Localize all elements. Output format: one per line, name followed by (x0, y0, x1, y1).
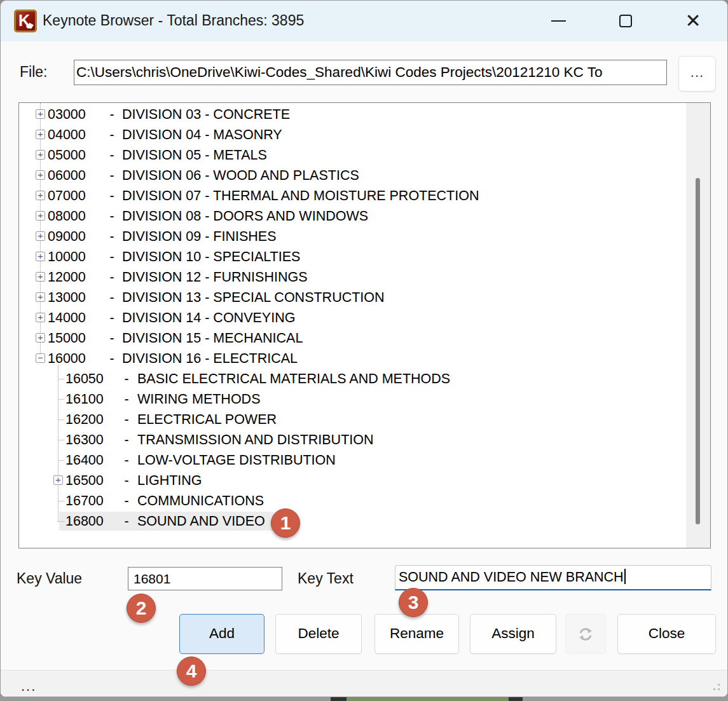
status-bar: ... (1, 670, 727, 697)
expand-icon[interactable]: + (36, 313, 45, 322)
tree-item-separator: - (102, 105, 122, 124)
expand-icon[interactable]: + (36, 333, 45, 343)
expand-icon[interactable]: + (36, 191, 45, 200)
close-icon: ✕ (685, 11, 701, 31)
tree-item-content: 05000-DIVISION 05 - METALS (41, 146, 276, 165)
tree-item-16800[interactable]: 16800-SOUND AND VIDEO (19, 511, 685, 531)
tree-item-separator: - (102, 207, 122, 226)
tree-item-separator: - (102, 125, 122, 144)
desktop-artifact (331, 697, 347, 701)
close-button[interactable]: Close (617, 614, 716, 654)
tree-item-key: 03000 (48, 105, 102, 124)
add-button[interactable]: Add (179, 614, 264, 654)
tree-item-16050[interactable]: 16050-BASIC ELECTRICAL MATERIALS AND MET… (19, 369, 685, 389)
tree-item-separator: - (102, 247, 122, 266)
desktop-artifact-green (347, 697, 509, 701)
tree-item-separator: - (116, 451, 137, 470)
tree-scrollbar-track[interactable] (686, 103, 710, 548)
tree-item-content: 09000-DIVISION 09 - FINISHES (41, 227, 285, 246)
tree-item-12000[interactable]: +12000-DIVISION 12 - FURNISHINGS (19, 267, 685, 287)
expand-icon[interactable]: + (36, 272, 45, 282)
status-text: ... (21, 678, 36, 695)
tree-item-16000[interactable]: −16000-DIVISION 16 - ELECTRICAL (19, 348, 685, 369)
tree-item-16400[interactable]: 16400-LOW-VOLTAGE DISTRIBUTION (19, 450, 685, 470)
tree-item-text: ELECTRICAL POWER (137, 412, 277, 427)
expand-icon[interactable]: + (36, 252, 45, 261)
tree-item-15000[interactable]: +15000-DIVISION 15 - MECHANICAL (19, 328, 685, 348)
file-path-input[interactable]: C:\Users\chris\OneDrive\Kiwi-Codes_Share… (74, 60, 667, 85)
expand-icon[interactable]: + (36, 150, 45, 160)
refresh-icon (576, 625, 595, 644)
expand-icon[interactable]: + (53, 475, 63, 485)
collapse-icon[interactable]: − (36, 353, 45, 363)
tree-item-key: 14000 (48, 308, 102, 327)
maximize-button[interactable] (605, 1, 647, 41)
tree-item-16100[interactable]: 16100-WIRING METHODS (19, 389, 685, 409)
tree-item-key: 16000 (48, 349, 102, 368)
assign-button[interactable]: Assign (470, 614, 556, 654)
tree-item-separator: - (102, 146, 122, 165)
close-window-button[interactable]: ✕ (672, 1, 714, 41)
tree-scrollbar-thumb[interactable] (696, 178, 700, 524)
tree-item-13000[interactable]: +13000-DIVISION 13 - SPECIAL CONSTRUCTIO… (19, 287, 685, 308)
tree-item-08000[interactable]: +08000-DIVISION 08 - DOORS AND WINDOWS (19, 206, 685, 226)
tree-item-16500[interactable]: +16500-LIGHTING (19, 470, 685, 491)
expand-icon[interactable]: + (36, 211, 45, 221)
resize-grip[interactable] (710, 680, 720, 690)
tree-item-06000[interactable]: +06000-DIVISION 06 - WOOD AND PLASTICS (19, 165, 685, 186)
tree-item-separator: - (116, 491, 137, 510)
tree-item-07000[interactable]: +07000-DIVISION 07 - THERMAL AND MOISTUR… (19, 186, 685, 206)
tree-item-key: 10000 (48, 247, 102, 266)
expand-icon[interactable]: + (36, 109, 45, 119)
tree-item-separator: - (116, 410, 137, 429)
tree-item-separator: - (116, 369, 137, 388)
tree-item-separator: - (116, 430, 137, 449)
expand-icon[interactable]: + (36, 231, 45, 241)
browse-button[interactable]: ... (678, 56, 716, 92)
tree-item-separator: - (116, 512, 137, 531)
minimize-button[interactable] (537, 1, 579, 41)
tree-item-16300[interactable]: 16300-TRANSMISSION AND DISTRIBUTION (19, 430, 685, 450)
refresh-button[interactable] (565, 614, 606, 654)
key-value-label: Key Value (17, 570, 82, 587)
tree-item-content: 12000-DIVISION 12 - FURNISHINGS (41, 268, 317, 287)
tree-item-14000[interactable]: +14000-DIVISION 14 - CONVEYING (19, 308, 685, 328)
tree-connector-stub (58, 521, 64, 522)
tree-item-text: DIVISION 04 - MASONRY (122, 127, 282, 142)
tree-item-key: 16300 (65, 430, 116, 449)
expand-icon[interactable]: + (36, 130, 45, 139)
tree-item-separator: - (102, 186, 122, 205)
tree-item-10000[interactable]: +10000-DIVISION 10 - SPECIALTIES (19, 247, 685, 267)
tree-item-content: 13000-DIVISION 13 - SPECIAL CONSTRUCTION (41, 288, 394, 307)
tree-connector-stub (58, 501, 64, 501)
tree-item-16200[interactable]: 16200-ELECTRICAL POWER (19, 409, 685, 430)
expand-icon[interactable]: + (36, 170, 45, 180)
tree-item-04000[interactable]: +04000-DIVISION 04 - MASONRY (19, 125, 685, 145)
tree-item-key: 13000 (48, 288, 102, 307)
tree-item-03000[interactable]: +03000-DIVISION 03 - CONCRETE (19, 104, 685, 125)
tree-item-content: 08000-DIVISION 08 - DOORS AND WINDOWS (41, 207, 377, 226)
key-value-input[interactable] (128, 567, 282, 590)
tree-item-05000[interactable]: +05000-DIVISION 05 - METALS (19, 145, 685, 165)
delete-button[interactable]: Delete (275, 614, 362, 654)
minimize-icon (551, 20, 566, 22)
tree-item-separator: - (102, 268, 122, 287)
key-text-value: SOUND AND VIDEO NEW BRANCH (399, 569, 624, 585)
tree-item-key: 12000 (48, 268, 102, 287)
annotation-badge-4: 4 (177, 657, 206, 686)
expand-icon[interactable]: + (36, 292, 45, 302)
key-text-input[interactable]: SOUND AND VIDEO NEW BRANCH (395, 565, 711, 590)
tree-item-09000[interactable]: +09000-DIVISION 09 - FINISHES (19, 226, 685, 247)
tree-item-key: 09000 (48, 227, 102, 246)
title-bar[interactable]: K Keynote Browser - Total Branches: 3895… (1, 1, 727, 41)
tree-item-key: 16050 (65, 369, 116, 388)
tree-item-separator: - (102, 308, 122, 327)
tree-item-text: BASIC ELECTRICAL MATERIALS AND METHODS (137, 371, 450, 386)
tree-connector-stub (58, 399, 64, 400)
rename-button[interactable]: Rename (374, 614, 459, 654)
tree-item-content: 07000-DIVISION 07 - THERMAL AND MOISTURE… (41, 186, 488, 205)
kiwi-codes-app-icon: K (14, 10, 37, 32)
tree-item-content: 16200-ELECTRICAL POWER (59, 410, 285, 429)
tree-item-16700[interactable]: 16700-COMMUNICATIONS (19, 491, 685, 511)
tree-item-text: COMMUNICATIONS (137, 493, 264, 508)
